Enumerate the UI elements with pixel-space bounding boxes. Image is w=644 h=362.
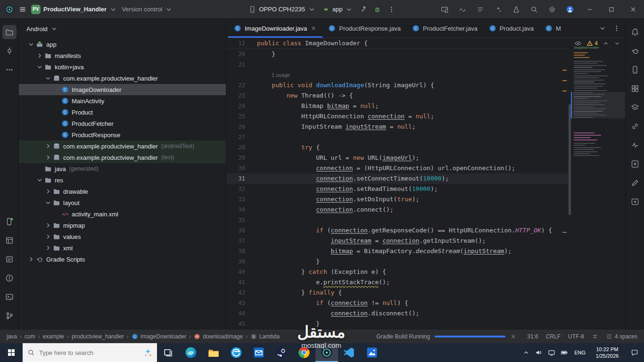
app-insights-button[interactable] (628, 138, 642, 152)
code-line-44[interactable]: 44 connection.disconnect(); (226, 308, 568, 319)
cancel-build-icon[interactable] (510, 333, 517, 340)
code-line-30[interactable]: 30 connection = (HttpURLConnection) url.… (226, 163, 568, 173)
breadcrumb-downloadimage[interactable]: mdownloadImage (194, 333, 243, 340)
editor-scrollbar[interactable] (569, 104, 571, 215)
line-number[interactable]: 44 (226, 308, 253, 319)
tab-m[interactable]: CM (539, 19, 567, 38)
tree-expand-icon[interactable] (44, 233, 52, 240)
ai-actions-icon[interactable]: A (459, 6, 466, 13)
inspection-warnings[interactable]: 4 (586, 40, 598, 47)
terminal-button[interactable] (2, 290, 17, 304)
more-run-actions-icon[interactable] (388, 6, 396, 13)
magic-wand-icon[interactable] (495, 6, 502, 13)
reader-mode-eye-icon[interactable] (574, 40, 582, 47)
minimize-button[interactable] (579, 0, 601, 18)
line-number[interactable]: 41 (226, 277, 253, 288)
taskbar-browser-button[interactable] (225, 343, 248, 362)
tree-item-product[interactable]: CProduct (19, 107, 226, 118)
tree-item-com-example-productview-handler-test[interactable]: com.example.productview_handler(test) (19, 152, 226, 163)
taskbar-steam-button[interactable] (270, 343, 293, 362)
code-area[interactable]: 20 }211 usage22 public void downloadImag… (226, 49, 568, 329)
notifications-button[interactable] (628, 25, 642, 39)
code-line-37[interactable]: 37 inputStream = connection.getInputStre… (226, 236, 568, 246)
copilot-sparkle-icon[interactable] (143, 348, 152, 357)
sticky-header-line[interactable]: 12 public class ImageDownloader { (226, 38, 568, 49)
code-line-33[interactable]: 33 connection.setDoInput(true); (226, 194, 568, 205)
inlay-hint-row[interactable]: 1 usage (226, 70, 568, 80)
line-number[interactable]: 38 (226, 246, 253, 256)
tree-item-mipmap[interactable]: mipmap (19, 220, 226, 231)
tree-item-mainactivity[interactable]: CMainActivity (19, 95, 226, 107)
tray-network-button[interactable] (545, 343, 558, 362)
code-line-36[interactable]: 36 if (connection.getResponseCode() == H… (226, 225, 568, 236)
tree-item-com-example-productview-handler[interactable]: com.example.productview_handler (19, 73, 226, 84)
more-tool-windows-button[interactable] (2, 63, 17, 77)
tree-item-layout[interactable]: layout (19, 197, 226, 208)
line-number[interactable]: 35 (226, 215, 253, 225)
code-line-40[interactable]: 40 } catch (Exception e) { (226, 267, 568, 277)
start-button[interactable] (0, 343, 23, 362)
tree-item-imagedownloader[interactable]: CImageDownloader (19, 84, 226, 95)
breadcrumb-com[interactable]: com (25, 333, 35, 340)
device-explorer-button[interactable] (2, 233, 17, 247)
problems-button[interactable] (2, 271, 17, 285)
logcat-button[interactable] (2, 252, 17, 266)
input-language[interactable]: ENG (570, 350, 589, 355)
resource-manager-button[interactable] (628, 82, 642, 96)
code-line-43[interactable]: 43 if (connection != null) { (226, 298, 568, 308)
tree-expand-icon[interactable] (44, 142, 52, 150)
code-line-22[interactable]: 22 public void downloadImage(String imag… (226, 80, 568, 90)
hidden-tabs-icon[interactable] (599, 25, 606, 32)
breadcrumb-productview-handler[interactable]: productview_handler (72, 333, 124, 340)
line-number[interactable]: 21 (226, 59, 253, 70)
taskbar-edge-button[interactable] (180, 343, 202, 362)
code-line-41[interactable]: 41 e.printStackTrace(); (226, 277, 568, 288)
code-line-32[interactable]: 32 connection.setReadTimeout(10000); (226, 184, 568, 194)
breadcrumb-imagedownloader[interactable]: CImageDownloader (132, 333, 186, 340)
profiler-icon[interactable] (512, 6, 520, 13)
line-number[interactable]: 34 (226, 205, 253, 215)
code-line-42[interactable]: 42 } finally { (226, 288, 568, 298)
tree-item-productfetcher[interactable]: CProductFetcher (19, 118, 226, 129)
taskbar-chrome-button[interactable] (293, 343, 315, 362)
code-line-20[interactable]: 20 } (226, 49, 568, 59)
tree-expand-icon[interactable] (44, 222, 52, 229)
tab-product-java[interactable]: CProduct.java (483, 19, 539, 38)
tree-collapse-icon[interactable] (36, 176, 43, 184)
tray-volume-button[interactable] (532, 343, 545, 362)
tree-item-gradle-scripts[interactable]: Gradle Scripts (19, 254, 226, 265)
code-line-29[interactable]: 29 URL url = new URL(imageUrl); (226, 153, 568, 163)
code-line-38[interactable]: 38 bitmap = BitmapFactory.decodeStream(i… (226, 246, 568, 256)
device-selector[interactable]: OPPO CPH2235 (248, 6, 315, 13)
line-number[interactable]: 45 (226, 319, 253, 329)
tree-collapse-icon[interactable] (27, 41, 35, 48)
line-number[interactable]: 28 (226, 142, 253, 153)
tree-item-drawable[interactable]: drawable (19, 186, 226, 197)
code-line-25[interactable]: 25 HttpURLConnection connection = null; (226, 111, 568, 122)
line-number[interactable]: 31 (226, 173, 253, 184)
breadcrumb-example[interactable]: example (43, 333, 64, 340)
tree-item-java-generated[interactable]: java(generated) (19, 163, 226, 174)
code-line-45[interactable]: 45 } (226, 319, 568, 329)
caret-position[interactable]: 31:6 (527, 333, 538, 340)
taskbar-search[interactable] (23, 343, 157, 362)
device-manager-button[interactable] (628, 63, 642, 77)
taskbar-file-explorer-button[interactable] (202, 343, 225, 362)
project-widget[interactable]: PV ProductView_Handler (31, 5, 117, 14)
code-line-34[interactable]: 34 connection.connect(); (226, 205, 568, 215)
maximize-button[interactable] (601, 0, 622, 18)
gradle-button[interactable] (628, 44, 642, 58)
line-number[interactable]: 24 (226, 101, 253, 111)
layout-inspector-button[interactable] (628, 195, 642, 209)
tab-options-icon[interactable] (613, 25, 620, 32)
line-number[interactable]: 33 (226, 194, 253, 205)
assistant-button[interactable] (628, 157, 642, 171)
version-control-button[interactable] (2, 309, 17, 323)
line-number[interactable]: 37 (226, 236, 253, 246)
main-menu-icon[interactable] (19, 6, 26, 13)
prev-problem-icon[interactable] (603, 40, 609, 47)
code-line-27[interactable]: 27 (226, 132, 568, 142)
code-line-39[interactable]: 39 } (226, 256, 568, 267)
app-links-button[interactable] (628, 119, 642, 133)
code-line-23[interactable]: 23 new Thread(() -> { (226, 90, 568, 101)
